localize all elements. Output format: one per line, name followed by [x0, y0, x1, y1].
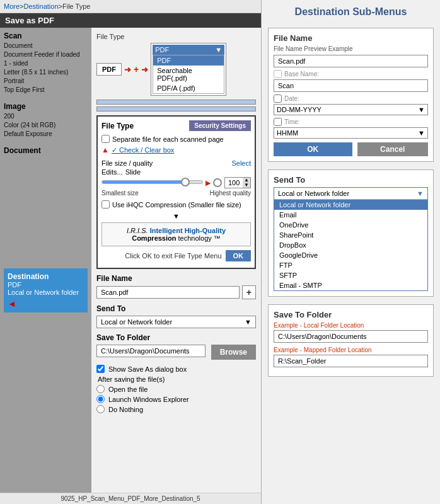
- quality-spinbox[interactable]: 100 ▲ ▼: [224, 177, 251, 188]
- local-folder-input[interactable]: [274, 330, 428, 343]
- highest-quality-label: Highest quality: [209, 190, 251, 197]
- file-name-cancel-btn[interactable]: Cancel: [357, 142, 429, 156]
- send-to-option-smtp[interactable]: Email - SMTP: [274, 280, 427, 290]
- arrow-up-icon: ▲: [101, 146, 109, 154]
- slide-label: Slide: [125, 168, 141, 176]
- file-type-row: PDF ➜ + ➜ PDF ▼ PDF Searchable PDF(.p: [96, 43, 256, 96]
- open-file-row: Open the file: [96, 385, 256, 393]
- send-to-row: Local or Network folder ▼: [96, 316, 256, 328]
- date-checkbox[interactable]: [274, 94, 282, 103]
- local-example-label: Example - Local Folder Location: [274, 322, 428, 329]
- quality-down-btn[interactable]: ▼: [243, 183, 250, 188]
- send-to-option-sharepoint[interactable]: SharePoint: [274, 230, 427, 240]
- file-name-input-row: +: [96, 285, 256, 299]
- file-name-subsection: File Name File Name Preview Example Base…: [268, 28, 434, 162]
- browse-btn[interactable]: Browse: [211, 345, 256, 360]
- do-nothing-radio[interactable]: [96, 405, 105, 413]
- file-type-box: File Type Security Settings Separate fil…: [96, 115, 256, 269]
- send-to-option-email[interactable]: Email: [274, 210, 427, 220]
- quality-value: 100: [225, 178, 243, 187]
- fsq-header: File size / quality Select: [101, 159, 251, 167]
- breadcrumb-destination[interactable]: Destination: [24, 3, 59, 10]
- ihqc-checkbox[interactable]: [101, 200, 110, 209]
- iris-title: I.R.I.S.: [127, 227, 148, 234]
- security-settings-btn[interactable]: Security Settings: [189, 120, 251, 131]
- send-to-option-local[interactable]: Local or Network folder: [274, 200, 427, 210]
- show-save-label: Show Save As dialog box: [108, 365, 187, 373]
- launch-explorer-label: Launch Windows Explorer: [108, 396, 189, 403]
- main-area: File Type PDF ➜ + ➜ PDF ▼ PDF: [91, 28, 261, 493]
- time-chevron-icon: ▼: [418, 129, 425, 137]
- save-to-folder-section-title: Save To Folder: [96, 333, 256, 342]
- time-checkbox[interactable]: [274, 118, 282, 126]
- file-type-label: File Type: [96, 33, 256, 40]
- file-name-ok-btn[interactable]: OK: [274, 142, 352, 156]
- breadcrumb-more[interactable]: More: [4, 3, 20, 10]
- file-type-ok-btn[interactable]: OK: [226, 250, 252, 261]
- sidebar-destination[interactable]: Destination PDF Local or Network folder …: [4, 268, 88, 312]
- send-to-option-googledrive[interactable]: GoogleDrive: [274, 250, 427, 260]
- sidebar-destination-pdf: PDF: [8, 281, 84, 289]
- arrow-slider-icon: ▶: [206, 179, 211, 187]
- send-to-option-sftp[interactable]: SFTP: [274, 270, 427, 280]
- sidebar-scan-title: Scan: [4, 32, 88, 40]
- mapped-folder-input[interactable]: [274, 355, 428, 367]
- breadcrumb-file-type: File Type: [62, 3, 90, 10]
- ihqc-label: Use iHQC Compression (Smaller file size): [112, 201, 241, 209]
- save-to-folder-input[interactable]: [96, 345, 206, 357]
- dropdown-header[interactable]: PDF ▼: [153, 45, 224, 55]
- dropdown-option-pdfa[interactable]: PDF/A (.pdf): [153, 83, 224, 93]
- mapped-example-label: Example - Mapped Folder Location: [274, 346, 428, 353]
- file-name-input[interactable]: [96, 286, 240, 299]
- ok-text: Click OK to exit File Type Menu: [125, 252, 221, 260]
- sidebar-destination-folder: Local or Network folder: [8, 289, 84, 296]
- send-to-option-ftp[interactable]: FTP: [274, 260, 427, 270]
- date-select[interactable]: DD-MM-YYYY ▼: [274, 104, 428, 115]
- check-clear-row: ▲ ✓ Check / Clear box: [101, 146, 251, 154]
- send-to-chevron-icon: ▼: [245, 318, 252, 326]
- send-to-value: Local or Network folder: [101, 318, 172, 326]
- quality-arrows[interactable]: ▲ ▼: [243, 178, 250, 188]
- time-select[interactable]: HHMM ▼: [274, 127, 428, 139]
- date-row: Date:: [274, 94, 428, 103]
- send-to-dropdown[interactable]: Local or Network folder ▼ Local or Netwo…: [274, 187, 428, 291]
- dropdown-option-pdf[interactable]: PDF: [153, 55, 224, 66]
- check-clear-link[interactable]: ✓ Check / Clear box: [112, 146, 174, 154]
- date-placeholder: DD-MM-YYYY: [277, 106, 321, 113]
- chevron-down-icon: ▼: [215, 46, 222, 54]
- open-file-radio[interactable]: [96, 385, 105, 393]
- left-panel: More > Destination > File Type Save as P…: [0, 0, 262, 504]
- options-section: Show Save As dialog box After saving the…: [96, 365, 256, 413]
- send-to-option-dropbox[interactable]: DropBox: [274, 240, 427, 250]
- plus-icon: +: [134, 64, 139, 74]
- separate-file-checkbox[interactable]: [101, 135, 110, 143]
- send-to-select[interactable]: Local or Network folder ▼: [96, 316, 256, 328]
- dropdown-option-searchable[interactable]: Searchable PDF(.pdf): [153, 66, 224, 83]
- circle-icon: [213, 178, 222, 187]
- launch-explorer-radio[interactable]: [96, 395, 105, 403]
- send-to-option-onedrive[interactable]: OneDrive: [274, 220, 427, 230]
- pdf-permissions-btn[interactable]: [96, 106, 256, 112]
- file-name-section-title: File Name: [96, 274, 256, 283]
- slider-thumb[interactable]: [181, 178, 190, 186]
- send-to-dropdown-header[interactable]: Local or Network folder ▼: [274, 188, 427, 200]
- sidebar-arrow-icon: ◄: [8, 299, 84, 309]
- arrow-right-icon: ➜: [124, 65, 131, 74]
- slider-fill: [102, 181, 182, 183]
- right-panel-title: Destination Sub-Menus: [268, 6, 434, 18]
- base-name-checkbox[interactable]: [274, 70, 282, 78]
- pdf-password-btn[interactable]: [96, 100, 256, 105]
- base-name-input[interactable]: [274, 79, 428, 92]
- arrow-right2-icon: ➜: [141, 65, 148, 74]
- do-nothing-row: Do Nothing: [96, 405, 256, 413]
- send-to-selected: Local or Network folder: [278, 190, 349, 197]
- do-nothing-label: Do Nothing: [108, 406, 143, 413]
- file-name-plus-btn[interactable]: +: [242, 285, 256, 299]
- separate-file-row: Separate file for each scanned page: [101, 135, 251, 143]
- select-label[interactable]: Select: [231, 159, 251, 167]
- file-name-preview-label: File Name Preview Example: [274, 45, 428, 52]
- file-name-preview-input[interactable]: [274, 55, 428, 67]
- show-save-checkbox[interactable]: [96, 365, 105, 373]
- pdf-buttons: [96, 100, 256, 112]
- pdf-dropdown[interactable]: PDF ▼ PDF Searchable PDF(.pdf) PDF/A (.p…: [151, 43, 256, 96]
